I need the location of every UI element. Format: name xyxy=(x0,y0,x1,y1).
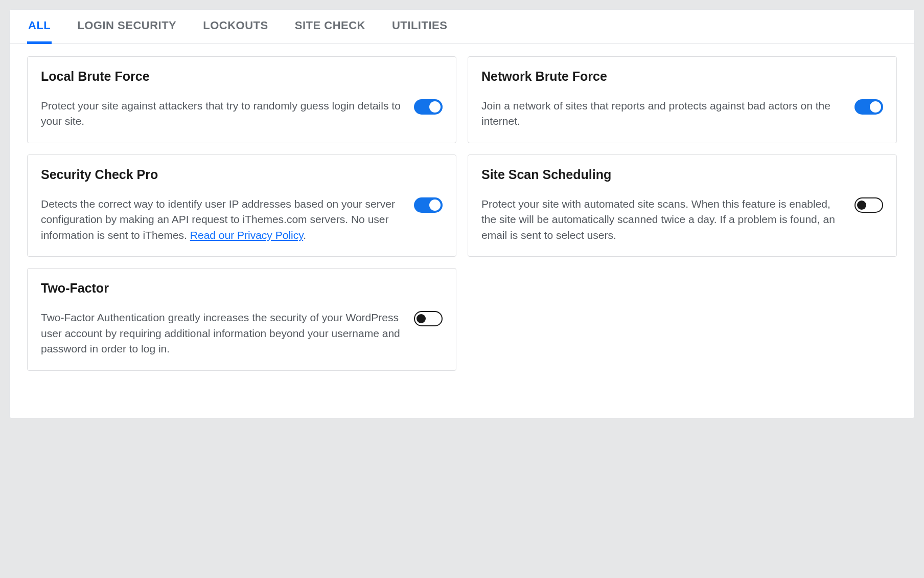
toggle-knob xyxy=(870,101,881,113)
card-description: Two-Factor Authentication greatly increa… xyxy=(41,310,404,357)
toggle-site-scan-scheduling[interactable] xyxy=(854,197,883,213)
card-body: Protect your site against attackers that… xyxy=(41,98,443,129)
card-site-scan-scheduling: Site Scan Scheduling Protect your site w… xyxy=(468,154,897,257)
tab-all[interactable]: ALL xyxy=(27,19,52,44)
privacy-policy-link[interactable]: Read our Privacy Policy xyxy=(190,229,303,241)
card-title: Two-Factor xyxy=(41,281,443,296)
card-body: Join a network of sites that reports and… xyxy=(481,98,883,129)
card-description: Join a network of sites that reports and… xyxy=(481,98,844,129)
settings-grid: Local Brute Force Protect your site agai… xyxy=(10,44,914,371)
card-title: Local Brute Force xyxy=(41,69,443,84)
toggle-knob xyxy=(429,101,441,113)
toggle-knob xyxy=(857,201,866,210)
toggle-two-factor[interactable] xyxy=(414,311,443,326)
toggle-security-check-pro[interactable] xyxy=(414,197,443,213)
card-title: Security Check Pro xyxy=(41,167,443,182)
tab-site-check[interactable]: SITE CHECK xyxy=(294,19,366,43)
tab-utilities[interactable]: UTILITIES xyxy=(391,19,448,43)
toggle-knob xyxy=(429,199,441,211)
card-description: Detects the correct way to identify user… xyxy=(41,196,404,243)
card-title: Site Scan Scheduling xyxy=(481,167,883,182)
card-network-brute-force: Network Brute Force Join a network of si… xyxy=(468,56,897,143)
toggle-knob xyxy=(417,314,426,323)
card-local-brute-force: Local Brute Force Protect your site agai… xyxy=(27,56,456,143)
tabs-bar: ALL LOGIN SECURITY LOCKOUTS SITE CHECK U… xyxy=(10,10,914,44)
card-description: Protect your site with automated site sc… xyxy=(481,196,844,243)
card-body: Detects the correct way to identify user… xyxy=(41,196,443,243)
desc-suffix: . xyxy=(303,229,306,241)
card-title: Network Brute Force xyxy=(481,69,883,84)
tab-login-security[interactable]: LOGIN SECURITY xyxy=(76,19,177,43)
card-body: Two-Factor Authentication greatly increa… xyxy=(41,310,443,357)
tab-lockouts[interactable]: LOCKOUTS xyxy=(202,19,269,43)
card-body: Protect your site with automated site sc… xyxy=(481,196,883,243)
card-security-check-pro: Security Check Pro Detects the correct w… xyxy=(27,154,456,257)
card-two-factor: Two-Factor Two-Factor Authentication gre… xyxy=(27,268,456,370)
card-description: Protect your site against attackers that… xyxy=(41,98,404,129)
settings-panel: ALL LOGIN SECURITY LOCKOUTS SITE CHECK U… xyxy=(9,9,915,418)
toggle-network-brute-force[interactable] xyxy=(854,99,883,115)
toggle-local-brute-force[interactable] xyxy=(414,99,443,115)
